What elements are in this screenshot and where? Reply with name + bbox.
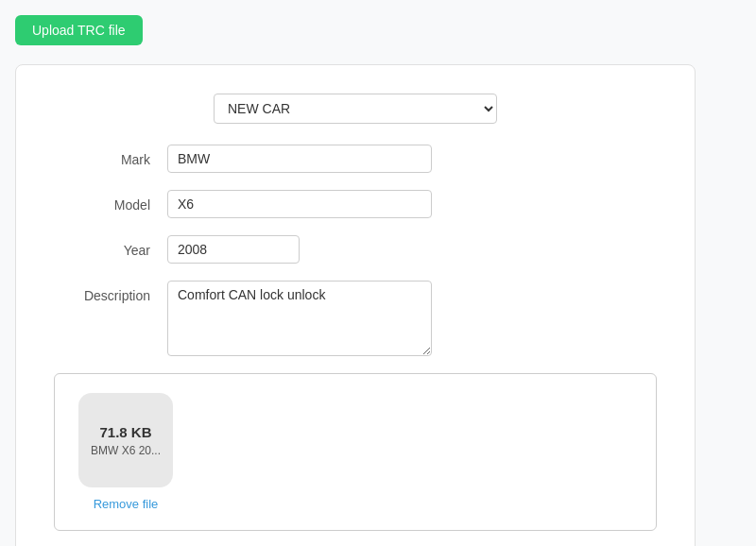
file-icon: 71.8 KB BMW X6 20... (78, 393, 173, 487)
year-row: Year (54, 235, 657, 264)
upload-trc-button[interactable]: Upload TRC file (15, 15, 143, 45)
description-label: Description (54, 281, 167, 303)
description-input[interactable] (167, 281, 432, 356)
mark-row: Mark (54, 145, 657, 173)
model-input[interactable] (167, 190, 432, 218)
model-label: Model (54, 190, 167, 213)
year-label: Year (54, 235, 167, 258)
description-row: Description (54, 281, 657, 356)
car-select-row: NEW CAR (54, 94, 657, 124)
car-select[interactable]: NEW CAR (214, 94, 497, 124)
form-card: NEW CAR Mark Model Year Description 71.8… (15, 64, 696, 546)
file-size: 71.8 KB (99, 424, 151, 440)
file-item: 71.8 KB BMW X6 20... Remove file (74, 393, 178, 511)
file-drop-area: 71.8 KB BMW X6 20... Remove file (54, 373, 657, 531)
mark-label: Mark (54, 145, 167, 167)
model-row: Model (54, 190, 657, 218)
mark-input[interactable] (167, 145, 432, 173)
year-input[interactable] (167, 235, 300, 264)
file-name: BMW X6 20... (91, 444, 161, 457)
remove-file-link[interactable]: Remove file (94, 497, 159, 511)
